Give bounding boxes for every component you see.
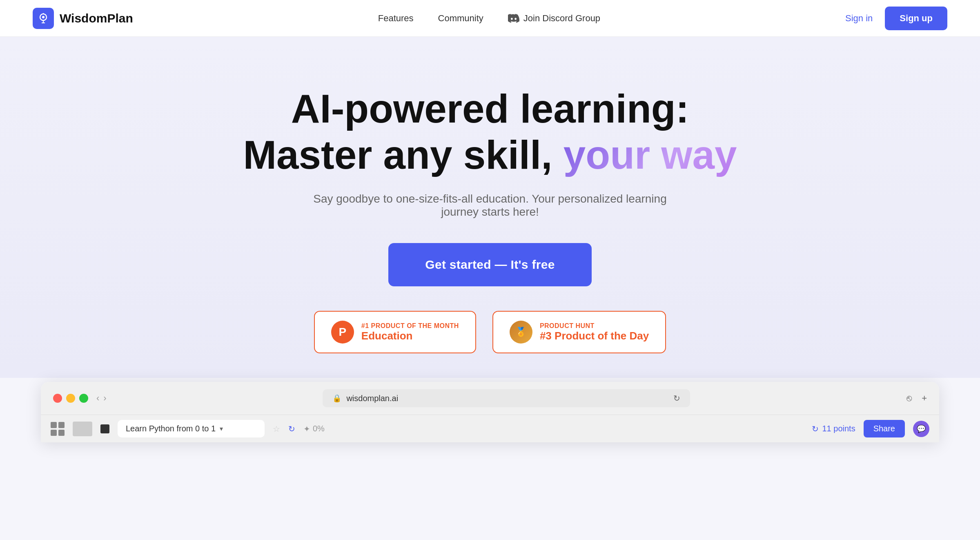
browser-section: ‹ › 🔒 wisdomplan.ai ↻ ⎋ + — [0, 382, 980, 442]
grid-cell-1 — [51, 422, 57, 428]
traffic-light-red[interactable] — [53, 394, 62, 403]
lock-icon: 🔒 — [332, 394, 341, 403]
favorite-star-icon[interactable]: ☆ — [273, 424, 280, 434]
logo-svg — [37, 12, 49, 25]
tab-favicon — [100, 424, 109, 433]
address-text: wisdomplan.ai — [346, 394, 398, 403]
svg-point-2 — [42, 16, 45, 18]
badge-medal-icon: 🏅 — [510, 321, 532, 344]
nav-features[interactable]: Features — [378, 13, 414, 24]
nav-discord[interactable]: Join Discord Group — [508, 13, 600, 24]
grid-cell-4 — [58, 430, 65, 436]
traffic-light-green[interactable] — [79, 394, 88, 403]
badge-text-1: #1 PRODUCT OF THE MONTH Education — [361, 322, 459, 342]
browser-window: ‹ › 🔒 wisdomplan.ai ↻ ⎋ + — [41, 382, 939, 442]
reload-button[interactable]: ↻ — [673, 393, 680, 403]
get-started-button[interactable]: Get started — It's free — [388, 243, 591, 286]
share-action-button[interactable]: ⎋ — [906, 393, 912, 404]
points-area: ↻ 11 points — [812, 424, 855, 434]
grid-cell-3 — [51, 430, 57, 436]
spark-progress: 0% — [313, 424, 325, 433]
badge-value-1: Education — [361, 330, 459, 342]
hero-title-line1: AI-powered learning: — [291, 86, 689, 131]
hero-title-line2: Master any skill, your way — [243, 132, 737, 177]
nav-community[interactable]: Community — [438, 13, 483, 24]
logo-icon — [33, 8, 54, 29]
traffic-light-yellow[interactable] — [66, 394, 75, 403]
logo-text: WisdomPlan — [60, 11, 133, 25]
spark-symbol: ✦ — [303, 424, 310, 434]
signin-button[interactable]: Sign in — [845, 13, 873, 24]
add-tab-button[interactable]: + — [922, 393, 927, 404]
tab-right-actions: ↻ 11 points Share 💬 — [812, 420, 929, 437]
spark-icon: ✦ 0% — [303, 424, 325, 434]
traffic-lights — [53, 394, 88, 403]
badges-row: P #1 PRODUCT OF THE MONTH Education 🏅 PR… — [314, 311, 666, 353]
badge-product-day[interactable]: 🏅 PRODUCT HUNT #3 Product of the Day — [492, 311, 666, 353]
hero-title: AI-powered learning: Master any skill, y… — [243, 86, 737, 178]
badge-label-2: PRODUCT HUNT — [540, 322, 649, 330]
tab-refresh-icon[interactable]: ↻ — [288, 424, 295, 434]
badge-text-2: PRODUCT HUNT #3 Product of the Day — [540, 322, 649, 342]
badge-product-month[interactable]: P #1 PRODUCT OF THE MONTH Education — [314, 311, 476, 353]
forward-button[interactable]: › — [103, 393, 106, 404]
browser-actions: ⎋ + — [906, 393, 927, 404]
tab-thumbnail — [73, 422, 92, 436]
logo-area[interactable]: WisdomPlan — [33, 8, 133, 29]
navbar: WisdomPlan Features Community Join Disco… — [0, 0, 980, 37]
tab-grid-button[interactable] — [51, 422, 65, 436]
badge-value-2: #3 Product of the Day — [540, 330, 649, 342]
browser-chrome: ‹ › 🔒 wisdomplan.ai ↻ ⎋ + — [41, 382, 939, 415]
badge-label-1: #1 PRODUCT OF THE MONTH — [361, 322, 459, 330]
back-button[interactable]: ‹ — [96, 393, 99, 404]
hero-subtitle: Say goodbye to one-size-fits-all educati… — [306, 192, 674, 219]
badge-ph-icon: P — [331, 321, 354, 344]
nav-arrows: ‹ › — [96, 393, 107, 404]
signup-button[interactable]: Sign up — [885, 7, 947, 30]
discord-icon — [508, 13, 519, 24]
tab-title: Learn Python from 0 to 1 — [126, 424, 216, 433]
chat-avatar[interactable]: 💬 — [913, 421, 929, 437]
nav-links: Features Community Join Discord Group — [378, 13, 600, 24]
grid-cell-2 — [58, 422, 65, 428]
hero-section: AI-powered learning: Master any skill, y… — [0, 37, 980, 378]
address-bar[interactable]: 🔒 wisdomplan.ai ↻ — [323, 389, 690, 407]
tab-title-area[interactable]: Learn Python from 0 to 1 ▾ — [118, 420, 265, 437]
nav-actions: Sign in Sign up — [845, 7, 947, 30]
chevron-down-icon: ▾ — [220, 425, 223, 433]
points-label: 11 points — [822, 424, 855, 433]
hero-gradient-text: your way — [564, 132, 737, 177]
share-button[interactable]: Share — [864, 420, 905, 437]
nav-discord-label: Join Discord Group — [523, 13, 600, 24]
tab-bar: Learn Python from 0 to 1 ▾ ☆ ↻ ✦ 0% ↻ 11… — [41, 415, 939, 442]
points-icon: ↻ — [812, 424, 819, 434]
